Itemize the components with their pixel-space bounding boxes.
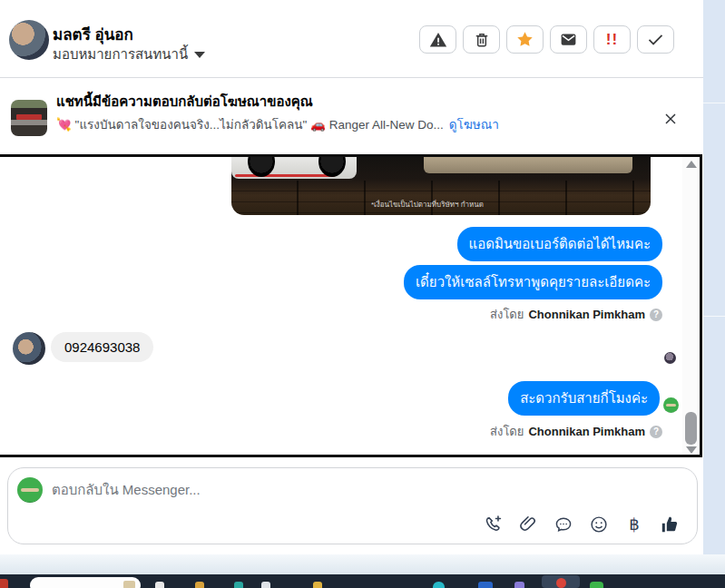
ad-banner-subtitle: 💘 "แรงบันดาลใจของคนจริง...ไม่กลัวดินโคลน… <box>56 114 499 134</box>
thumbs-up-icon <box>659 514 681 535</box>
trash-icon <box>473 31 491 49</box>
message-bubble-incoming[interactable]: 0924693038 <box>51 332 153 362</box>
seen-receipt-avatar <box>664 352 676 364</box>
window-bottom-edge <box>0 554 725 574</box>
scroll-down-arrow-icon[interactable] <box>686 446 697 454</box>
ad-image[interactable]: *เงื่อนไขเป็นไปตามที่บริษัทฯ กำหนด <box>231 157 651 215</box>
ad-name-text: 💘 "แรงบันดาลใจของคนจริง...ไม่กลัวดินโคลน… <box>56 118 444 132</box>
sent-by-label: ส่งโดย <box>490 422 524 441</box>
phone-plus-icon <box>483 514 503 534</box>
help-icon[interactable]: ? <box>650 309 662 321</box>
emoji-button[interactable] <box>588 514 610 535</box>
chat-frame-border-right <box>700 154 702 457</box>
sent-by-row: ส่งโดย Chonnikan Pimkham ? <box>490 305 662 324</box>
record-dot-icon <box>556 578 566 588</box>
mark-done-button[interactable] <box>637 25 674 54</box>
reply-input[interactable] <box>52 477 487 501</box>
scroll-up-arrow-icon[interactable] <box>686 161 697 168</box>
page-avatar <box>17 477 43 503</box>
sender-name: Chonnikan Pimkham <box>528 425 645 438</box>
sent-by-label: ส่งโดย <box>490 305 524 324</box>
warning-triangle-icon <box>428 30 448 50</box>
check-icon <box>646 30 665 49</box>
taskbar-icon[interactable] <box>234 582 243 588</box>
taskbar-active-app[interactable] <box>542 575 580 588</box>
smiley-icon <box>589 514 609 534</box>
ad-banner-title: แชทนี้มีข้อความตอบกลับต่อโฆษณาของคุณ <box>56 91 313 113</box>
avatar[interactable] <box>9 20 49 60</box>
paperclip-icon <box>518 514 538 534</box>
envelope-icon <box>559 30 578 49</box>
caret-down-icon <box>194 52 205 58</box>
taskbar-icon[interactable] <box>433 582 445 588</box>
inbox-window: มลตรี อุ่นอก มอบหมายการสนทนานี้ !! <box>0 0 725 588</box>
attach-button[interactable] <box>517 514 539 535</box>
browser-scrollbar[interactable] <box>703 0 725 574</box>
assign-label: มอบหมายการสนทนานี้ <box>53 44 188 65</box>
taskbar-icon[interactable] <box>514 582 524 588</box>
chat-frame-border-bottom <box>0 455 702 457</box>
truck-tan <box>424 157 632 173</box>
sender-name: Chonnikan Pimkham <box>528 308 645 321</box>
saved-replies-button[interactable] <box>553 514 574 535</box>
chat-scrollbar[interactable] <box>682 157 700 455</box>
reply-composer: ฿ <box>7 467 698 544</box>
taskbar-icon[interactable] <box>155 582 164 588</box>
baht-icon: ฿ <box>629 514 639 534</box>
conversation-actions: !! <box>419 25 674 54</box>
assign-conversation-dropdown[interactable]: มอบหมายการสนทนานี้ <box>53 44 205 65</box>
chat-scrollbar-thumb[interactable] <box>685 412 697 445</box>
star-button[interactable] <box>506 25 544 54</box>
star-icon <box>515 30 534 49</box>
taskbar-icon[interactable] <box>0 579 8 588</box>
taskbar-icon[interactable] <box>478 582 493 588</box>
search-logo-icon <box>123 581 135 588</box>
delete-button[interactable] <box>463 25 500 54</box>
sender-avatar[interactable] <box>13 332 45 365</box>
banner-close-button[interactable] <box>660 108 681 130</box>
call-button[interactable] <box>482 514 504 535</box>
ad-thumbnail[interactable] <box>11 100 47 136</box>
double-exclamation-icon: !! <box>606 31 618 49</box>
taskbar-icon[interactable] <box>590 582 603 588</box>
header-divider <box>0 77 703 78</box>
message-bubble-outgoing[interactable]: แอดมินขอเบอร์ติดต่อได้ไหมคะ <box>457 227 662 261</box>
view-ad-link[interactable]: ดูโฆษณา <box>449 118 499 132</box>
report-button[interactable] <box>419 25 456 54</box>
mark-important-button[interactable]: !! <box>593 25 631 54</box>
help-icon[interactable]: ? <box>650 426 662 438</box>
taskbar-icon[interactable] <box>261 582 270 588</box>
comment-dots-icon <box>554 514 573 534</box>
mark-unread-button[interactable] <box>550 25 587 54</box>
message-bubble-outgoing[interactable]: เดี๋ยวให้เซลล์โทรหาพูดคุยรายละเอียดคะ <box>404 265 662 299</box>
ad-image-caption: *เงื่อนไขเป็นไปตามที่บริษัทฯ กำหนด <box>231 199 623 211</box>
sent-by-row: ส่งโดย Chonnikan Pimkham ? <box>490 422 662 441</box>
taskbar-search-box[interactable] <box>30 577 141 588</box>
payment-button[interactable]: ฿ <box>623 514 645 535</box>
taskbar-icon[interactable] <box>195 582 204 588</box>
like-button[interactable] <box>659 514 681 535</box>
conversation-name: มลตรี อุ่นอก <box>53 22 133 46</box>
composer-toolbar: ฿ <box>482 514 681 535</box>
message-bubble-outgoing[interactable]: สะดวกรับสายกี่โมงค่ะ <box>508 381 660 416</box>
taskbar-icon[interactable] <box>313 582 322 588</box>
close-icon <box>661 110 680 128</box>
page-avatar-small <box>663 397 679 413</box>
